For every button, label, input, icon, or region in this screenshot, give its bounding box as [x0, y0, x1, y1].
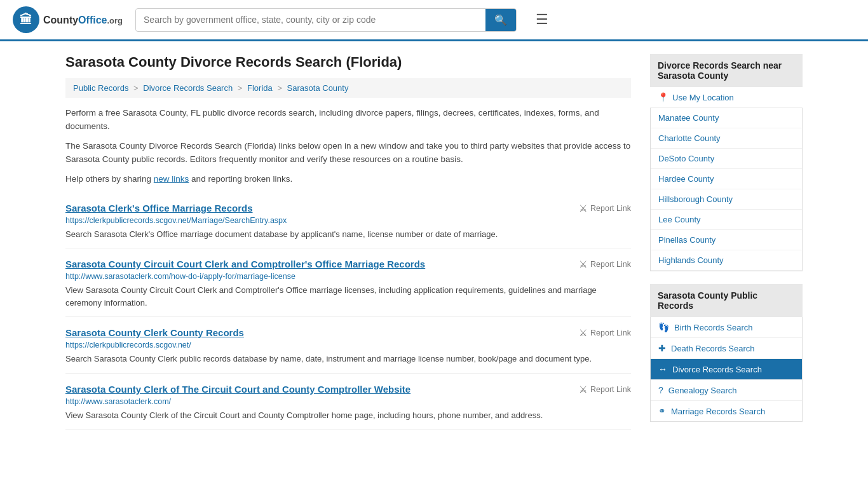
result-desc-1: View Sarasota County Circuit Court Clerk…	[65, 284, 631, 309]
report-icon-2: ⚔	[579, 327, 587, 339]
public-records-heading: Sarasota County Public Records	[650, 284, 803, 317]
nearby-counties: Manatee CountyCharlotte CountyDeSoto Cou…	[650, 108, 803, 271]
pr-link-3[interactable]: ? Genealogy Search	[651, 380, 802, 400]
pr-link-1[interactable]: ✚ Death Records Search	[651, 338, 802, 358]
result-url-3[interactable]: http://www.sarasotaclerk.com/	[65, 397, 631, 406]
result-item-3: Sarasota County Clerk of The Circuit Cou…	[65, 374, 631, 430]
hamburger-menu[interactable]: ☰	[536, 11, 548, 28]
pr-list-item-0: 👣 Birth Records Search	[651, 317, 802, 338]
search-input[interactable]	[136, 10, 485, 30]
bc-sep-3: >	[277, 83, 282, 93]
result-item-1: Sarasota County Circuit Court Clerk and …	[65, 248, 631, 317]
pr-label-1: Death Records Search	[671, 344, 755, 353]
description-1: Perform a free Sarasota County, FL publi…	[65, 107, 631, 133]
report-link-0[interactable]: ⚔ Report Link	[579, 203, 631, 214]
result-desc-3: View Sarasota County Clerk of the Circui…	[65, 409, 631, 422]
sidebar: Divorce Records Search near Sarasota Cou…	[650, 54, 803, 435]
report-link-3[interactable]: ⚔ Report Link	[579, 384, 631, 395]
search-button[interactable]: 🔍	[485, 9, 516, 31]
pr-icon-2: ↔	[658, 364, 667, 374]
result-header-0: Sarasota Clerk's Office Marriage Records…	[65, 203, 631, 214]
result-url-1[interactable]: http://www.sarasotaclerk.com/how-do-i/ap…	[65, 272, 631, 281]
bc-sep-2: >	[238, 83, 243, 93]
pr-list-item-3: ? Genealogy Search	[651, 380, 802, 401]
breadcrumb: Public Records > Divorce Records Search …	[65, 78, 631, 98]
pr-list-item-1: ✚ Death Records Search	[651, 338, 802, 359]
pr-label-0: Birth Records Search	[674, 323, 753, 332]
result-title-1[interactable]: Sarasota County Circuit Court Clerk and …	[65, 259, 425, 269]
result-item-0: Sarasota Clerk's Office Marriage Records…	[65, 193, 631, 249]
result-header-3: Sarasota County Clerk of The Circuit Cou…	[65, 384, 631, 395]
county-link-6[interactable]: Pinellas County	[651, 230, 802, 250]
pr-icon-4: ⚭	[658, 406, 666, 416]
result-title-3[interactable]: Sarasota County Clerk of The Circuit Cou…	[65, 384, 410, 395]
result-desc-0: Search Sarasota Clerk's Office marriage …	[65, 228, 631, 241]
pr-link-0[interactable]: 👣 Birth Records Search	[651, 317, 802, 337]
search-bar: 🔍	[135, 8, 517, 32]
pr-link-2[interactable]: ↔ Divorce Records Search	[651, 359, 802, 379]
public-records-section: Sarasota County Public Records 👣 Birth R…	[650, 284, 803, 422]
county-link-7[interactable]: Highlands County	[651, 250, 802, 271]
use-location-btn[interactable]: 📍 Use My Location	[650, 87, 803, 108]
nearby-section: Divorce Records Search near Sarasota Cou…	[650, 54, 803, 271]
result-desc-2: Search Sarasota County Clerk public reco…	[65, 353, 631, 365]
pr-link-4[interactable]: ⚭ Marriage Records Search	[651, 401, 802, 421]
result-url-2[interactable]: https://clerkpublicrecords.scgov.net/	[65, 341, 631, 349]
result-title-2[interactable]: Sarasota County Clerk County Records	[65, 327, 244, 338]
pr-icon-0: 👣	[658, 322, 669, 332]
new-links[interactable]: new links	[154, 174, 189, 184]
pr-label-4: Marriage Records Search	[671, 407, 765, 416]
report-icon-1: ⚔	[579, 259, 587, 270]
logo[interactable]: 🏛 CountyOffice.org	[13, 6, 123, 33]
report-link-1[interactable]: ⚔ Report Link	[579, 259, 631, 270]
description-3: Help others by sharing new links and rep…	[65, 173, 631, 186]
county-link-5[interactable]: Lee County	[651, 210, 802, 230]
location-icon: 📍	[658, 92, 668, 102]
county-link-0[interactable]: Manatee County	[651, 108, 802, 128]
county-link-4[interactable]: Hillsborough County	[651, 189, 802, 210]
pr-label-3: Genealogy Search	[668, 386, 737, 395]
logo-icon: 🏛	[13, 6, 39, 33]
result-header-2: Sarasota County Clerk County Records ⚔ R…	[65, 327, 631, 339]
logo-name: CountyOffice.org	[43, 15, 123, 25]
page-title: Sarasota County Divorce Records Search (…	[65, 54, 631, 71]
breadcrumb-sarasota[interactable]: Sarasota County	[287, 83, 349, 93]
pr-list-item-4: ⚭ Marriage Records Search	[651, 401, 802, 421]
report-icon-0: ⚔	[579, 203, 587, 214]
result-url-0[interactable]: https://clerkpublicrecords.scgov.net/Mar…	[65, 216, 631, 225]
breadcrumb-public-records[interactable]: Public Records	[73, 83, 128, 93]
public-records-list: 👣 Birth Records Search ✚ Death Records S…	[650, 317, 803, 422]
description-2: The Sarasota County Divorce Records Sear…	[65, 140, 631, 166]
breadcrumb-florida[interactable]: Florida	[247, 83, 273, 93]
nearby-heading: Divorce Records Search near Sarasota Cou…	[650, 54, 803, 87]
result-title-0[interactable]: Sarasota Clerk's Office Marriage Records	[65, 203, 253, 214]
report-link-2[interactable]: ⚔ Report Link	[579, 327, 631, 339]
result-header-1: Sarasota County Circuit Court Clerk and …	[65, 259, 631, 270]
breadcrumb-divorce-records[interactable]: Divorce Records Search	[143, 83, 233, 93]
result-item-2: Sarasota County Clerk County Records ⚔ R…	[65, 317, 631, 374]
report-icon-3: ⚔	[579, 384, 587, 395]
pr-label-2: Divorce Records Search	[672, 365, 762, 374]
bc-sep-1: >	[133, 83, 139, 93]
county-link-1[interactable]: Charlotte County	[651, 128, 802, 149]
pr-icon-1: ✚	[658, 343, 666, 353]
county-link-3[interactable]: Hardee County	[651, 169, 802, 189]
county-link-2[interactable]: DeSoto County	[651, 149, 802, 169]
pr-icon-3: ?	[658, 385, 663, 395]
results-list: Sarasota Clerk's Office Marriage Records…	[65, 193, 631, 430]
pr-list-item-2: ↔ Divorce Records Search	[651, 359, 802, 380]
